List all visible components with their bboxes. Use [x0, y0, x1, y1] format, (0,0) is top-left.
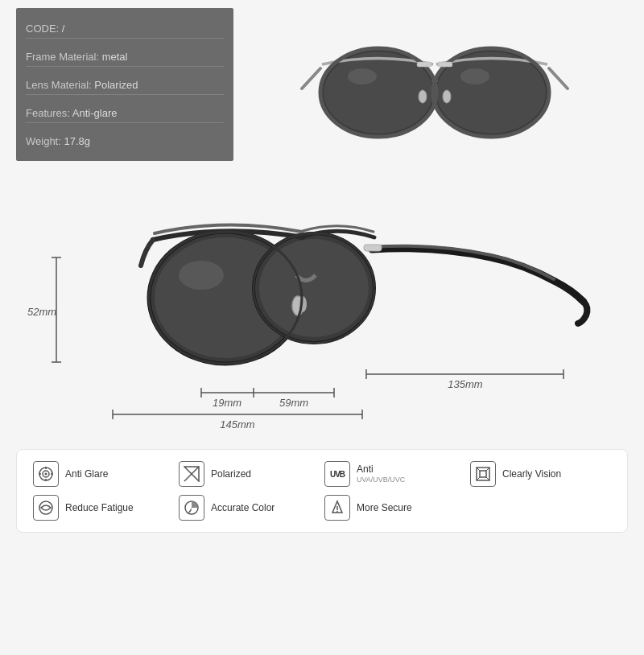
svg-text:19mm: 19mm	[213, 397, 242, 409]
uvb-label: Anti UVA/UVB/UVC	[357, 463, 405, 484]
lens-label: Lens Material:	[26, 79, 92, 91]
svg-line-6	[549, 68, 568, 89]
feature-anti-glare: Anti Glare	[33, 461, 174, 487]
middle-section: 52mm 19mm 59mm 145mm 135mm	[8, 169, 636, 443]
features-section: Anti Glare Polarized UVB Anti UVA/UVB/UV…	[16, 449, 628, 533]
accurate-color-label: Accurate Color	[211, 502, 275, 513]
svg-point-46	[45, 473, 47, 476]
svg-point-11	[348, 68, 377, 84]
spec-weight: Weight: 17.8g	[26, 132, 224, 150]
svg-rect-14	[438, 62, 452, 67]
reduce-fatigue-icon	[33, 495, 59, 521]
svg-text:145mm: 145mm	[220, 418, 255, 430]
features-value: Anti-glare	[72, 107, 118, 119]
svg-point-12	[460, 68, 489, 84]
svg-point-3	[436, 51, 546, 134]
svg-text:135mm: 135mm	[448, 378, 483, 390]
frame-value: metal	[102, 51, 128, 63]
svg-point-1	[324, 51, 433, 134]
feature-accurate-color: Accurate Color	[179, 495, 320, 521]
svg-point-10	[443, 90, 451, 103]
feature-clearly-vision: Clearly Vision	[470, 461, 611, 487]
weight-label: Weight:	[26, 135, 61, 147]
svg-point-63	[336, 511, 338, 513]
code-value: /	[62, 23, 65, 35]
glasses-side-view-svg: 52mm 19mm 59mm 145mm 135mm	[16, 177, 628, 435]
svg-point-9	[419, 90, 427, 103]
feature-reduce-fatigue: Reduce Fatigue	[33, 495, 174, 521]
svg-rect-13	[417, 62, 431, 67]
svg-text:59mm: 59mm	[279, 397, 308, 409]
more-secure-icon	[324, 495, 350, 521]
specs-table: CODE: / Frame Material: metal Lens Mater…	[16, 8, 233, 161]
polarized-icon	[179, 461, 204, 487]
reduce-fatigue-label: Reduce Fatigue	[65, 502, 134, 513]
measurement-container: 52mm 19mm 59mm 145mm 135mm	[16, 177, 628, 435]
main-container: CODE: / Frame Material: metal Lens Mater…	[0, 0, 644, 655]
uvb-icon: UVB	[324, 461, 350, 487]
svg-point-19	[259, 239, 369, 337]
spec-code: CODE: /	[26, 19, 224, 39]
svg-rect-54	[480, 471, 486, 477]
svg-rect-24	[364, 245, 382, 251]
svg-point-17	[179, 261, 224, 290]
polarized-label: Polarized	[211, 468, 251, 480]
spec-features: Features: Anti-glare	[26, 104, 224, 123]
feature-polarized: Polarized	[179, 461, 320, 487]
clearly-vision-icon	[470, 461, 496, 487]
anti-glare-label: Anti Glare	[65, 468, 108, 480]
accurate-color-icon	[179, 495, 204, 521]
svg-line-5	[302, 68, 320, 89]
frame-label: Frame Material:	[26, 51, 99, 63]
spec-lens: Lens Material: Polarized	[26, 76, 224, 95]
clearly-vision-label: Clearly Vision	[502, 468, 561, 480]
svg-text:52mm: 52mm	[27, 306, 56, 318]
more-secure-label: More Secure	[357, 502, 412, 513]
spec-frame: Frame Material: metal	[26, 47, 224, 67]
feature-more-secure: More Secure	[324, 495, 465, 521]
feature-uvb: UVB Anti UVA/UVB/UVC	[324, 461, 465, 487]
anti-glare-icon	[33, 461, 59, 487]
weight-value: 17.8g	[64, 135, 90, 147]
glasses-front-view	[298, 16, 572, 153]
top-section: CODE: / Frame Material: metal Lens Mater…	[0, 0, 644, 169]
top-glasses-area	[242, 8, 628, 161]
lens-value: Polarized	[94, 79, 138, 91]
code-label: CODE:	[26, 23, 59, 35]
features-label: Features:	[26, 107, 70, 119]
